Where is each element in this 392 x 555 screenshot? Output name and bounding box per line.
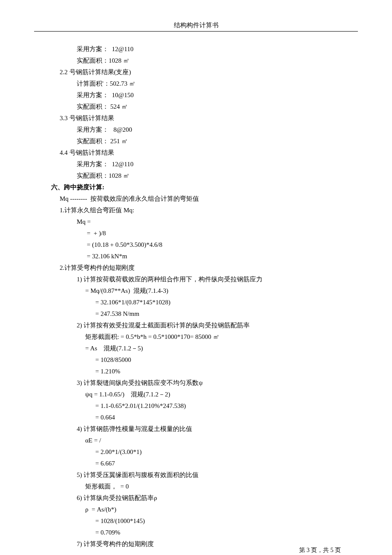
text-line: 实配面积：1028 ㎡ <box>51 170 366 182</box>
text-line: 3.3 号钢筋计算结果 <box>51 113 366 124</box>
text-line: 6) 计算纵向受拉钢筋配筋率ρ <box>51 492 366 504</box>
text-line: 实配面积：1028 ㎡ <box>51 55 366 66</box>
text-line: 六、跨中挠度计算: <box>51 182 366 193</box>
text-line: = 1.210% <box>51 366 366 377</box>
text-line: 5) 计算受压翼缘面积与腹板有效面积的比值 <box>51 469 366 481</box>
text-line: = 32.106*1/(0.87*145*1028) <box>51 297 366 308</box>
footer-page-number: 3 <box>307 547 310 553</box>
text-line: 2) 计算按有效受拉混凝土截面面积计算的纵向受拉钢筋配筋率 <box>51 320 366 331</box>
text-line: 矩形截面， = 0 <box>51 481 366 492</box>
text-line: = + )/8 <box>51 228 366 239</box>
footer-suffix: 页 <box>334 547 341 553</box>
text-line: = 1028/(1000*145) <box>51 515 366 527</box>
header-rule <box>34 31 358 32</box>
footer-total-pages: 5 <box>331 547 334 553</box>
text-line: 1) 计算按荷载荷载效应的两种组合作用下，构件纵向受拉钢筋应力 <box>51 274 366 285</box>
text-line: 2.2 号钢筋计算结果(支座) <box>51 66 366 78</box>
page-header: 结构构件计算书 <box>26 21 366 29</box>
document-page: 结构构件计算书 采用方案： 12@110实配面积：1028 ㎡2.2 号钢筋计算… <box>26 0 366 555</box>
text-line: = 6.667 <box>51 458 366 469</box>
text-line: = 1.1-0.65*2.01/(1.210%*247.538) <box>51 400 366 412</box>
text-line: ψq = 1.1-0.65/) 混规(7.1.2－2) <box>51 389 366 400</box>
text-line: 2.计算受弯构件的短期刚度 <box>51 262 366 274</box>
text-line: = 1028/85000 <box>51 354 366 366</box>
text-line: = Mq/(0.87**As) 混规(7.1.4-3) <box>51 285 366 297</box>
text-line: Mq = <box>51 216 366 228</box>
text-line: 采用方案： 8@200 <box>51 124 366 136</box>
text-line: = 247.538 N/mm <box>51 308 366 320</box>
footer-mid: 页，共 <box>310 547 331 553</box>
text-line: 矩形截面积: = 0.5*b*h = 0.5*1000*170= 85000 ㎡ <box>51 331 366 343</box>
text-line: = 0.709% <box>51 527 366 538</box>
text-line: αE = / <box>51 435 366 446</box>
text-line: ρ = As/(b*) <box>51 504 366 515</box>
text-line: 实配面积： 251 ㎡ <box>51 136 366 147</box>
text-line: 4.4 号钢筋计算结果 <box>51 147 366 159</box>
document-body: 采用方案： 12@110实配面积：1028 ㎡2.2 号钢筋计算结果(支座)计算… <box>26 43 366 550</box>
text-line: = As 混规(7.1.2－5) <box>51 343 366 354</box>
page-footer: 第 3 页，共 5 页 <box>299 546 341 554</box>
text-line: 实配面积： 524 ㎡ <box>51 101 366 113</box>
text-line: = 32.106 kN*m <box>51 251 366 262</box>
text-line: = 0.664 <box>51 412 366 423</box>
text-line: 计算面积'：502.73 ㎡ <box>51 78 366 90</box>
text-line: 采用方案： 10@150 <box>51 90 366 101</box>
footer-prefix: 第 <box>299 547 307 553</box>
text-line: 4) 计算钢筋弹性模量与混凝土模量的比值 <box>51 423 366 435</box>
text-line: = 2.00*1/(3.00*1) <box>51 446 366 458</box>
text-line: 采用方案： 12@110 <box>51 43 366 55</box>
text-line: 采用方案： 12@110 <box>51 159 366 170</box>
text-line: = (10.18 + 0.50*3.500)*4.6/8 <box>51 239 366 251</box>
text-line: Mq -------- 按荷载效应的准永久组合计算的弯矩值 <box>51 193 366 205</box>
text-line: 3) 计算裂缝间纵向受拉钢筋应变不均匀系数ψ <box>51 377 366 389</box>
text-line: 1.计算永久组合弯距值 Mq: <box>51 205 366 216</box>
